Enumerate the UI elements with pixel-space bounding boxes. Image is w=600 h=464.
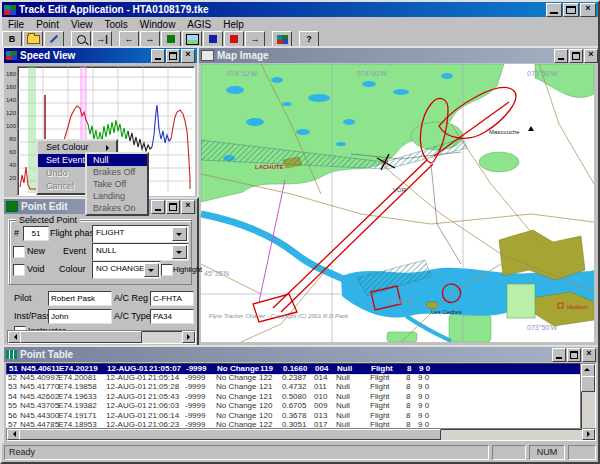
table-cell: 121 — [259, 382, 272, 392]
scroll-right-icon[interactable] — [582, 429, 595, 440]
ac-type-field[interactable] — [150, 309, 194, 324]
pilot-field[interactable] — [48, 291, 112, 306]
point-edit-hscrollbar[interactable] — [7, 330, 196, 344]
speed-view-title: Speed View — [20, 50, 75, 61]
point-table-hscrollbar[interactable] — [6, 428, 596, 441]
inst-pass-field[interactable] — [48, 309, 112, 324]
table-cell: 9 0 — [418, 373, 429, 383]
track-map-icon[interactable] — [272, 31, 292, 47]
table-cell: 8 — [406, 382, 410, 392]
point-table-title: Point Table — [20, 349, 73, 360]
minimize-icon[interactable] — [552, 348, 566, 362]
app-titlebar[interactable]: Track Edit Application - HTA0108179.tke … — [2, 2, 598, 17]
flight-phase-select[interactable]: FLIGHT — [92, 225, 189, 243]
menu-file[interactable]: File — [2, 18, 30, 31]
y-axis-tick: 40 — [5, 162, 16, 168]
svg-text:Hudson: Hudson — [567, 304, 588, 310]
menu-view[interactable]: View — [65, 18, 99, 31]
map-canvas[interactable]: 074°10'W 074°00'W 073°50'W 073°50'W 45°3… — [201, 64, 594, 342]
menu-window[interactable]: Window — [134, 18, 182, 31]
close-icon[interactable]: × — [580, 3, 596, 17]
table-cell: E74.19171 — [58, 411, 97, 421]
submenu-item-take-off[interactable]: Take Off — [87, 178, 147, 190]
scroll-thumb[interactable] — [581, 376, 595, 392]
open-folder-icon[interactable] — [23, 31, 43, 47]
y-axis-tick: 180 — [5, 71, 16, 77]
speed-trace-segment — [128, 131, 152, 151]
map-image-icon[interactable] — [182, 31, 202, 47]
table-row[interactable]: 52N45.40997E74.2008112-AUG-0121:05:14-99… — [6, 373, 580, 383]
colour-select[interactable]: NO CHANGE — [92, 261, 161, 279]
table-row[interactable]: 56N45.44300E74.1917112-AUG-0121:06:14-99… — [6, 411, 580, 421]
submenu-item-null[interactable]: Null — [87, 154, 147, 166]
pen-icon[interactable] — [44, 31, 64, 47]
new-checkbox[interactable] — [13, 246, 25, 258]
close-icon[interactable]: × — [181, 49, 195, 63]
table-cell: 120 — [259, 401, 272, 411]
ac-reg-field[interactable] — [150, 291, 194, 306]
point-properties-icon[interactable]: B — [2, 31, 22, 47]
void-checkbox[interactable] — [13, 264, 25, 276]
chevron-down-icon[interactable] — [144, 263, 159, 277]
menu-tools[interactable]: Tools — [98, 18, 133, 31]
step-forward-icon[interactable]: → — [245, 31, 265, 47]
group-label: Selected Point — [16, 215, 80, 225]
go-to-end-icon[interactable]: →| — [92, 31, 112, 47]
table-row[interactable]: 53N45.41770E74.1985812-AUG-0121:05:28-99… — [6, 382, 580, 392]
point-number-field[interactable]: 51 — [23, 226, 49, 241]
scroll-thumb[interactable] — [20, 331, 142, 343]
scroll-right-icon[interactable] — [182, 331, 195, 343]
event-select[interactable]: NULL — [92, 243, 189, 261]
table-cell: No Change — [216, 411, 256, 421]
fit-extents-icon[interactable]: ↔ — [140, 31, 160, 47]
set-colour-green-icon[interactable] — [161, 31, 181, 47]
menu-point[interactable]: Point — [30, 18, 65, 31]
highlight-checkbox[interactable] — [161, 264, 173, 276]
point-table-vscrollbar[interactable] — [580, 363, 596, 432]
table-cell: 0.6705 — [282, 401, 306, 411]
set-colour-red-icon[interactable] — [224, 31, 244, 47]
close-icon[interactable]: × — [584, 49, 598, 63]
table-cell: 53 — [8, 382, 17, 392]
chevron-down-icon[interactable] — [172, 227, 187, 241]
svg-text:Mascouche: Mascouche — [489, 129, 520, 135]
zoom-icon[interactable] — [71, 31, 91, 47]
maximize-icon[interactable] — [569, 49, 583, 63]
close-icon[interactable]: × — [582, 348, 596, 362]
minimize-icon[interactable] — [546, 3, 562, 17]
maximize-icon[interactable] — [567, 348, 581, 362]
menu-help[interactable]: Help — [217, 18, 250, 31]
table-cell: 0.2387 — [282, 373, 306, 383]
menu-agis[interactable]: AGIS — [181, 18, 217, 31]
point-table-icon — [6, 350, 17, 359]
status-panel — [568, 445, 596, 460]
speed-view-titlebar[interactable]: Speed View × — [4, 48, 197, 63]
minimize-icon[interactable] — [554, 49, 568, 63]
scroll-thumb[interactable] — [19, 429, 441, 440]
chevron-down-icon[interactable] — [172, 245, 187, 259]
maximize-icon[interactable] — [563, 3, 579, 17]
context-help-icon[interactable]: ? — [299, 31, 319, 47]
close-icon[interactable]: × — [181, 200, 195, 214]
table-cell: 12-AUG-01 — [106, 373, 146, 383]
speed-trace-segment — [171, 110, 190, 189]
set-colour-blue-icon[interactable] — [203, 31, 223, 47]
submenu-item-brakes-on[interactable]: Brakes On — [87, 202, 147, 214]
table-cell: 21:05:14 — [148, 373, 179, 383]
map-image-titlebar[interactable]: Map Image × — [199, 48, 600, 63]
minimize-icon[interactable] — [151, 49, 165, 63]
table-cell: 12-AUG-01 — [106, 382, 146, 392]
table-row[interactable]: 55N45.43705E74.1938212-AUG-0121:06:03-99… — [6, 401, 580, 411]
submenu-item-landing[interactable]: Landing — [87, 190, 147, 202]
maximize-icon[interactable] — [166, 200, 180, 214]
table-cell: Null — [336, 382, 350, 392]
step-back-icon[interactable]: ← — [119, 31, 139, 47]
point-table-titlebar[interactable]: Point Table × — [4, 347, 598, 362]
point-edit-title: Point Edit — [21, 201, 68, 212]
point-table-list: 51N45.40611E74.2021912-AUG-0121:05:07-99… — [6, 363, 580, 430]
minimize-icon[interactable] — [151, 200, 165, 214]
table-row[interactable]: 54N45.42602E74.1963312-AUG-0121:05:43-99… — [6, 392, 580, 402]
map-image-title: Map Image — [217, 50, 269, 61]
maximize-icon[interactable] — [166, 49, 180, 63]
submenu-item-brakes-off[interactable]: Brakes Off — [87, 166, 147, 178]
